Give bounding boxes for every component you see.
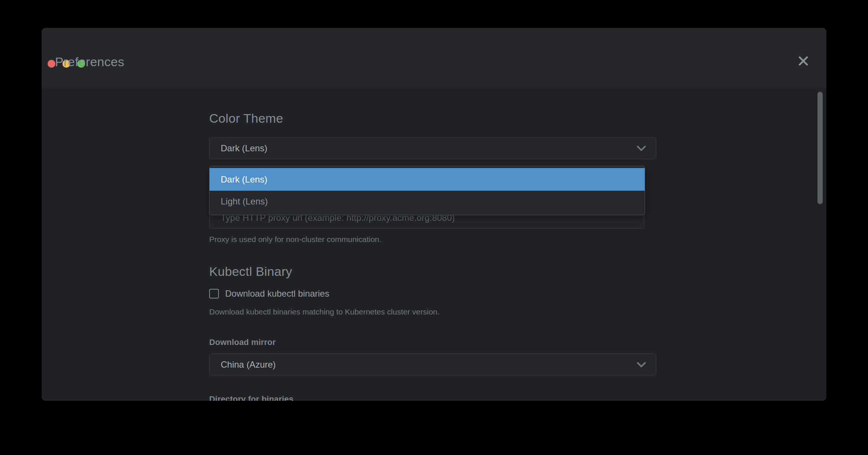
- kubectl-description-text: Download kubectl binaries matching to Ku…: [209, 307, 645, 316]
- preferences-content: Color Theme Dark (Lens) Dark (Lens) Ligh…: [42, 87, 826, 401]
- desktop: { "titlebar": { "title": "Preferences" }…: [0, 0, 868, 455]
- directory-for-binaries-label: Directory for binaries: [209, 394, 645, 401]
- close-icon[interactable]: ✕: [794, 52, 812, 70]
- titlebar: Preferences ✕: [42, 28, 826, 87]
- preferences-window: Preferences ✕ Color Theme Dark (Lens) Da…: [42, 28, 826, 401]
- download-kubectl-checkbox[interactable]: [209, 289, 219, 299]
- color-theme-select[interactable]: Dark (Lens): [209, 137, 656, 159]
- proxy-hint-text: Proxy is used only for non-cluster commu…: [209, 235, 645, 244]
- dropdown-option-light[interactable]: Light (Lens): [210, 191, 645, 212]
- chevron-down-icon: [637, 145, 646, 151]
- download-mirror-select[interactable]: China (Azure): [209, 354, 656, 375]
- download-mirror-select-value: China (Azure): [221, 359, 276, 370]
- vertical-scrollbar-thumb[interactable]: [817, 92, 823, 204]
- color-theme-heading: Color Theme: [209, 111, 645, 126]
- color-theme-select-value: Dark (Lens): [221, 143, 267, 154]
- page-title: Preferences: [55, 55, 124, 69]
- kubectl-binary-heading: Kubectl Binary: [209, 264, 645, 279]
- download-kubectl-checkbox-row[interactable]: Download kubectl binaries: [209, 288, 645, 299]
- chevron-down-icon: [637, 362, 646, 368]
- color-theme-dropdown-menu: Dark (Lens) Light (Lens): [209, 166, 645, 215]
- download-mirror-label: Download mirror: [209, 338, 645, 347]
- close-traffic-light-icon[interactable]: [48, 60, 55, 68]
- download-kubectl-checkbox-label: Download kubectl binaries: [225, 288, 329, 299]
- dropdown-option-dark[interactable]: Dark (Lens): [210, 168, 645, 191]
